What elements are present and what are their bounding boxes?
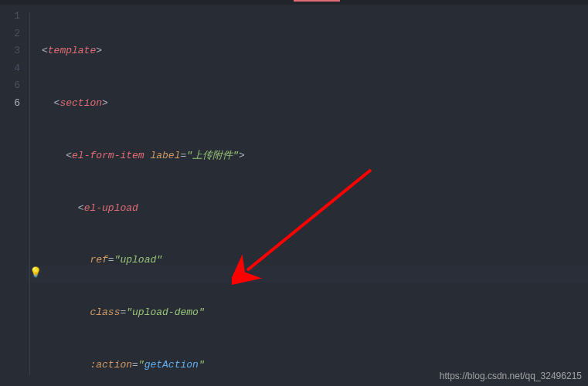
line-number: 3 xyxy=(0,42,20,60)
code-line: ref="upload" xyxy=(42,252,540,269)
code-line: <el-upload xyxy=(42,200,540,218)
line-number: 2 xyxy=(0,25,20,43)
line-number: 4 xyxy=(0,60,20,78)
line-number-gutter: 1 2 3 4 6 6 xyxy=(0,5,26,386)
code-editor[interactable]: 1 2 3 4 6 6 💡 <template> <section> <el-f… xyxy=(0,5,588,386)
code-area[interactable]: <template> <section> <el-form-item label… xyxy=(42,5,540,386)
line-number: 1 xyxy=(0,8,20,25)
fold-column xyxy=(26,5,42,386)
code-line: <el-form-item label="上传附件"> xyxy=(42,147,540,165)
code-line: <section> xyxy=(42,95,540,113)
line-number: 6 xyxy=(0,95,20,113)
code-line: <template> xyxy=(42,42,540,60)
line-number: 6 xyxy=(0,77,20,95)
active-tab-indicator xyxy=(294,0,340,2)
code-line: :action="getAction" xyxy=(42,357,540,374)
code-line: class="upload-demo" xyxy=(42,304,540,322)
